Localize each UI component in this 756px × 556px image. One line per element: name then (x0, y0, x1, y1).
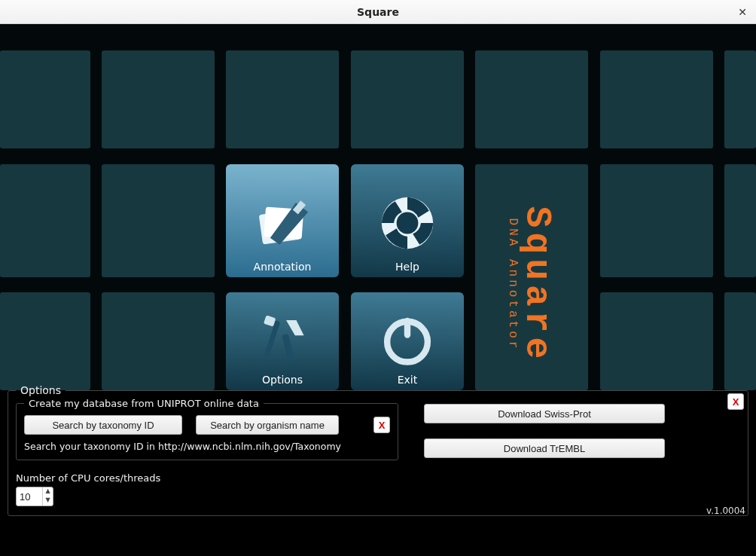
search-taxonomy-label: Search by taxonomy ID (52, 420, 154, 431)
spin-up-icon[interactable]: ▲ (43, 487, 53, 496)
annotation-tile[interactable]: Annotation (226, 164, 339, 277)
svg-point-4 (397, 212, 419, 234)
create-db-legend: Create my database from UNIPROT online d… (24, 398, 264, 409)
bg-tile (475, 50, 588, 148)
window-titlebar: Square ✕ (0, 0, 756, 24)
download-swissprot-button[interactable]: Download Swiss-Prot (424, 404, 665, 423)
bg-tile (0, 164, 90, 277)
svg-rect-7 (282, 334, 294, 360)
window-title: Square (357, 6, 399, 18)
bg-tile (600, 164, 713, 277)
bg-tile (724, 50, 756, 148)
download-swissprot-label: Download Swiss-Prot (498, 408, 591, 420)
cpu-value-input[interactable] (17, 487, 42, 506)
close-icon: X (379, 420, 386, 431)
bg-tile (724, 292, 756, 390)
options-icon (245, 307, 320, 374)
options-legend: Options (16, 384, 66, 396)
help-tile[interactable]: Help (351, 164, 464, 277)
annotation-label: Annotation (254, 261, 312, 273)
bg-tile (0, 292, 90, 390)
help-label: Help (395, 261, 419, 273)
main-canvas: Annotation Help (0, 24, 756, 390)
spin-down-icon[interactable]: ▼ (43, 496, 53, 506)
exit-tile[interactable]: Exit (351, 292, 464, 390)
bg-tile (351, 50, 464, 148)
cpu-spinbox[interactable]: ▲ ▼ (16, 487, 53, 506)
options-fieldset: Options X Create my database from UNIPRO… (8, 384, 748, 516)
exit-icon (370, 307, 445, 374)
bg-tile (102, 50, 215, 148)
logo-sub-text: DNA Annotator (506, 206, 520, 364)
bg-tile (226, 50, 339, 148)
help-icon (370, 185, 445, 261)
bg-tile (102, 164, 215, 277)
create-db-close-button[interactable]: X (373, 417, 390, 433)
options-panel: Options X Create my database from UNIPRO… (0, 384, 756, 521)
logo-main-text: Square (517, 206, 557, 364)
download-trembl-button[interactable]: Download TrEMBL (424, 438, 665, 458)
search-organism-label: Search by organism name (210, 420, 325, 431)
taxonomy-hint: Search your taxonomy ID in http://www.nc… (24, 441, 390, 452)
annotation-icon (245, 185, 320, 261)
bg-tile (102, 292, 215, 390)
bg-tile (600, 50, 713, 148)
bg-tile (724, 164, 756, 277)
bg-tile (600, 292, 713, 390)
search-organism-button[interactable]: Search by organism name (196, 415, 339, 435)
options-tile[interactable]: Options (226, 292, 339, 390)
app-logo: Square DNA Annotator (475, 164, 588, 405)
close-icon: X (733, 396, 739, 408)
options-close-button[interactable]: X (727, 393, 744, 410)
bg-tile (0, 50, 90, 148)
window-close-icon[interactable]: ✕ (735, 5, 750, 20)
svg-rect-9 (404, 318, 410, 338)
search-taxonomy-button[interactable]: Search by taxonomy ID (24, 415, 182, 435)
version-label: v.1.0004 (706, 506, 745, 516)
download-trembl-label: Download TrEMBL (504, 443, 585, 454)
cpu-label: Number of CPU cores/threads (16, 472, 740, 484)
create-db-fieldset: Create my database from UNIPROT online d… (16, 398, 398, 460)
